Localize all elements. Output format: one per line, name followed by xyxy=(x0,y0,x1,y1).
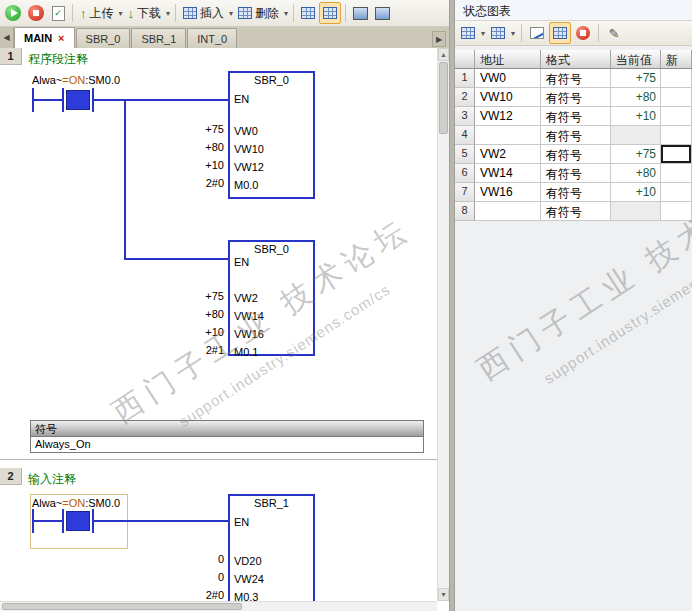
ladder-editor-canvas[interactable]: 1 程序段注释 Alwa~=ON:SM0.0 SBR_0 EN VW0 VW10… xyxy=(0,48,437,601)
new-value-cell[interactable] xyxy=(661,69,692,88)
tab-main[interactable]: MAIN × xyxy=(14,27,75,48)
subroutine-block-sbr0-1[interactable]: SBR_0 EN VW0 VW10 VW12 M0.0 xyxy=(228,71,315,199)
current-value-cell[interactable]: +10 xyxy=(611,107,661,126)
block-operand[interactable]: M0.3 xyxy=(234,591,258,601)
current-value-cell[interactable]: +80 xyxy=(611,164,661,183)
horizontal-scroll-thumb[interactable] xyxy=(2,603,242,610)
upload-button[interactable]: ↑ 上传 xyxy=(77,2,117,24)
format-cell[interactable]: 有符号 xyxy=(541,107,611,126)
chart-status-button[interactable] xyxy=(319,2,341,24)
address-cell[interactable]: VW2 xyxy=(475,145,541,164)
scroll-up-button[interactable]: ▲ xyxy=(438,48,449,61)
pause-status-button[interactable] xyxy=(372,2,393,24)
editor-horizontal-scrollbar[interactable] xyxy=(0,601,437,611)
power-flow-indicator[interactable] xyxy=(66,511,90,531)
column-header-new[interactable]: 新 xyxy=(661,50,692,69)
subroutine-block-sbr1[interactable]: SBR_1 EN VD20 VW24 M0.3 xyxy=(228,494,315,601)
insert-button[interactable]: 插入 xyxy=(180,2,227,24)
vertical-scroll-thumb[interactable] xyxy=(439,62,448,134)
tab-sbr0[interactable]: SBR_0 xyxy=(76,28,131,48)
column-header-current[interactable]: 当前值 xyxy=(611,50,661,69)
current-value-cell[interactable]: +75 xyxy=(611,69,661,88)
download-dropdown-caret-icon[interactable]: ▾ xyxy=(165,9,171,18)
address-cell[interactable]: VW14 xyxy=(475,164,541,183)
current-value-cell[interactable] xyxy=(611,202,661,221)
network-1-comment[interactable]: 程序段注释 xyxy=(28,51,88,68)
delete-dropdown-caret-icon[interactable]: ▾ xyxy=(283,9,289,18)
chart-button[interactable] xyxy=(298,2,318,24)
row-number[interactable]: 8 xyxy=(455,202,475,221)
chart-table-caret-icon[interactable]: ▾ xyxy=(480,29,486,38)
trend-view-button[interactable] xyxy=(527,22,547,44)
delete-button[interactable]: 删除 xyxy=(235,2,282,24)
format-cell[interactable]: 有符号 xyxy=(541,69,611,88)
format-cell[interactable]: 有符号 xyxy=(541,126,611,145)
format-cell[interactable]: 有符号 xyxy=(541,164,611,183)
new-value-cell-focused[interactable] xyxy=(661,145,692,164)
edit-value-button[interactable]: ✎ xyxy=(604,22,624,44)
address-cell[interactable]: VW12 xyxy=(475,107,541,126)
new-value-cell[interactable] xyxy=(661,88,692,107)
chart-table-button[interactable] xyxy=(458,22,478,44)
chart-status-pause-button[interactable] xyxy=(573,22,593,44)
upload-dropdown-caret-icon[interactable]: ▾ xyxy=(118,9,124,18)
column-header-address[interactable]: 地址 xyxy=(475,50,541,69)
tab-close-icon[interactable]: × xyxy=(58,32,64,44)
row-number[interactable]: 3 xyxy=(455,107,475,126)
row-number[interactable]: 4 xyxy=(455,126,475,145)
tab-sbr1[interactable]: SBR_1 xyxy=(131,28,186,48)
run-button[interactable] xyxy=(2,2,24,24)
tab-scroll-left-button[interactable]: ◀ xyxy=(0,27,14,48)
contact-operand-text[interactable]: Alwa~=ON:SM0.0 xyxy=(32,74,120,86)
editor-vertical-scrollbar[interactable]: ▲ ▼ xyxy=(437,48,449,601)
row-number[interactable]: 2 xyxy=(455,88,475,107)
format-cell[interactable]: 有符号 xyxy=(541,145,611,164)
power-flow-indicator[interactable] xyxy=(66,90,90,110)
column-header-format[interactable]: 格式 xyxy=(541,50,611,69)
block-operand[interactable]: M0.0 xyxy=(234,179,258,193)
row-number[interactable]: 7 xyxy=(455,183,475,202)
block-operand[interactable]: VW12 xyxy=(234,161,264,175)
row-number[interactable]: 5 xyxy=(455,145,475,164)
insert-dropdown-caret-icon[interactable]: ▾ xyxy=(228,9,234,18)
new-value-cell[interactable] xyxy=(661,183,692,202)
current-value-cell[interactable]: +10 xyxy=(611,183,661,202)
new-value-cell[interactable] xyxy=(661,202,692,221)
network-2-comment[interactable]: 输入注释 xyxy=(28,471,76,488)
download-button[interactable]: ↓ 下载 xyxy=(125,2,165,24)
block-operand[interactable]: VW14 xyxy=(234,310,264,324)
address-cell[interactable]: VW10 xyxy=(475,88,541,107)
chart-status-on-button[interactable] xyxy=(549,22,571,44)
new-value-cell[interactable] xyxy=(661,107,692,126)
row-number[interactable]: 1 xyxy=(455,69,475,88)
block-operand[interactable]: VD20 xyxy=(234,555,262,569)
block-operand[interactable]: VW10 xyxy=(234,143,264,157)
current-value-cell[interactable] xyxy=(611,126,661,145)
address-cell[interactable] xyxy=(475,126,541,145)
program-status-button[interactable] xyxy=(350,2,371,24)
chart-view-button[interactable] xyxy=(488,22,508,44)
format-cell[interactable]: 有符号 xyxy=(541,183,611,202)
format-cell[interactable]: 有符号 xyxy=(541,202,611,221)
scroll-down-button[interactable]: ▼ xyxy=(438,588,449,601)
block-operand[interactable]: VW24 xyxy=(234,573,264,587)
address-cell[interactable] xyxy=(475,202,541,221)
current-value-cell[interactable]: +75 xyxy=(611,145,661,164)
subroutine-block-sbr0-2[interactable]: SBR_0 EN VW2 VW14 VW16 M0.1 xyxy=(228,240,315,356)
contact-operand-text[interactable]: Alwa~=ON:SM0.0 xyxy=(32,497,120,509)
format-cell[interactable]: 有符号 xyxy=(541,88,611,107)
new-value-cell[interactable] xyxy=(661,164,692,183)
block-operand[interactable]: VW16 xyxy=(234,328,264,342)
block-operand[interactable]: VW0 xyxy=(234,125,258,139)
compile-button[interactable]: ✓ xyxy=(48,2,68,24)
tab-scroll-right-button[interactable]: ▶ xyxy=(432,31,446,47)
symbol-table-row[interactable]: Always_On xyxy=(31,437,423,452)
address-cell[interactable]: VW16 xyxy=(475,183,541,202)
block-operand[interactable]: M0.1 xyxy=(234,346,258,360)
current-value-cell[interactable]: +80 xyxy=(611,88,661,107)
row-number[interactable]: 6 xyxy=(455,164,475,183)
block-operand[interactable]: VW2 xyxy=(234,292,258,306)
address-cell[interactable]: VW0 xyxy=(475,69,541,88)
new-value-cell[interactable] xyxy=(661,126,692,145)
stop-button[interactable] xyxy=(25,2,47,24)
